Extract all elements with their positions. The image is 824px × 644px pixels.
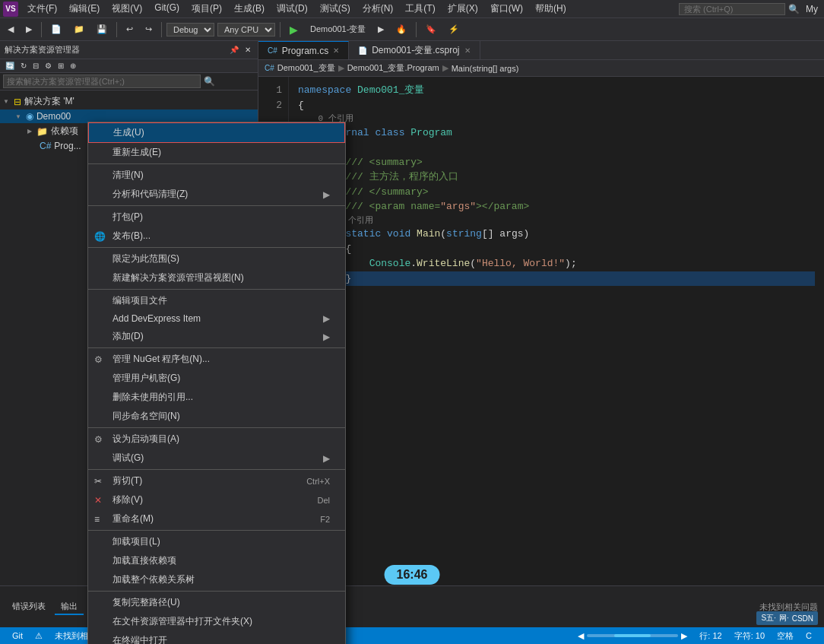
dependencies-icon: 📁 <box>36 126 48 137</box>
bookmark-button[interactable]: 🔖 <box>421 23 441 36</box>
ctx-build[interactable]: 生成(U) <box>88 122 345 143</box>
menu-edit[interactable]: 编辑(E) <box>63 1 106 17</box>
ctx-new-view[interactable]: 新建解决方案资源管理器视图(N) <box>88 268 345 287</box>
menu-view[interactable]: 视图(V) <box>106 1 148 17</box>
menu-test[interactable]: 测试(S) <box>314 1 357 17</box>
back-button[interactable]: ◀ <box>3 23 18 36</box>
code-line-close-ns: } <box>298 301 815 316</box>
menu-project[interactable]: 项目(P) <box>185 1 228 17</box>
ctx-load-all[interactable]: 加载整个依赖关系树 <box>88 570 345 589</box>
menu-build[interactable]: 生成(B) <box>228 1 271 17</box>
ctx-pack[interactable]: 打包(P) <box>88 208 345 227</box>
pin-button[interactable]: 📌 <box>227 45 241 55</box>
ctx-new-view-label: 新建解决方案资源管理器视图(N) <box>113 271 244 284</box>
breadcrumb-class[interactable]: Demo001_变量.Program <box>347 62 439 74</box>
tab-csproj-close[interactable]: ✕ <box>464 46 471 55</box>
forward-button[interactable]: ▶ <box>21 23 36 36</box>
redo-button[interactable]: ↪ <box>141 23 157 36</box>
tab-csproj[interactable]: 📄 Demo001-变量.csproj ✕ <box>349 41 480 59</box>
ctx-set-startup[interactable]: ⚙ 设为启动项目(A) <box>88 430 345 449</box>
code-line-open-brace: { <box>298 140 815 155</box>
ctx-edit-project[interactable]: 编辑项目文件 <box>88 291 345 310</box>
open-button[interactable]: 📁 <box>69 23 89 36</box>
menu-help[interactable]: 帮助(H) <box>529 1 572 17</box>
menu-window[interactable]: 窗口(W) <box>484 1 529 17</box>
se-new-view-button[interactable]: ⊕ <box>68 61 78 71</box>
se-search-input[interactable] <box>3 75 201 88</box>
ctx-scope[interactable]: 限定为此范围(S) <box>88 249 345 268</box>
ctx-load-all-label: 加载整个依赖关系树 <box>113 573 195 586</box>
menu-debug[interactable]: 调试(D) <box>271 1 314 17</box>
undo-button[interactable]: ↩ <box>122 23 138 36</box>
ctx-open-terminal[interactable]: 在终端中打开 <box>88 631 345 644</box>
ctx-debug[interactable]: 调试(G) ▶ <box>88 449 345 468</box>
scroll-thumb <box>614 634 651 637</box>
menu-tools[interactable]: 工具(T) <box>399 1 441 17</box>
panel-close-button[interactable]: ✕ <box>242 45 253 55</box>
menu-analyze[interactable]: 分析(N) <box>357 1 400 17</box>
ctx-publish[interactable]: 🌐 发布(B)... <box>88 227 345 246</box>
scroll-right-arrow[interactable]: ▶ <box>681 631 687 641</box>
code-ref-1: 0 个引用 <box>298 113 815 125</box>
bottom-tab-output[interactable]: 输出 <box>55 599 84 615</box>
ctx-rebuild[interactable]: 重新生成(E) <box>88 143 345 162</box>
ctx-remove[interactable]: ✕ 移除(V) Del <box>88 490 345 509</box>
se-filter-button[interactable]: ⊞ <box>55 61 66 71</box>
menu-file[interactable]: 文件(F) <box>21 1 63 17</box>
ctx-remove-label: 移除(V) <box>113 493 143 506</box>
hot-reload-button[interactable]: 🔥 <box>391 23 411 36</box>
ctx-analyze[interactable]: 分析和代码清理(Z) ▶ <box>88 185 345 204</box>
debug-run-button[interactable]: ▶ <box>373 23 388 36</box>
ctx-open-in-explorer[interactable]: 在文件资源管理器中打开文件夹(X) <box>88 612 345 631</box>
ctx-sep-2 <box>88 205 345 206</box>
breadcrumb-sep-2: ▶ <box>442 63 448 73</box>
ctx-rename-shortcut: F2 <box>305 515 330 524</box>
ctx-cut-icon: ✂ <box>94 476 102 487</box>
ctx-edit-project-label: 编辑项目文件 <box>113 294 167 307</box>
ctx-clean[interactable]: 清理(N) <box>88 166 345 185</box>
tab-close-button[interactable]: ✕ <box>333 46 339 55</box>
ctx-sep-6 <box>88 427 345 428</box>
breadcrumb-method[interactable]: Main(string[] args) <box>452 64 519 73</box>
git-status[interactable]: Git <box>6 631 29 640</box>
tree-item-solution[interactable]: ▼ ⊟ 解决方案 'M' <box>0 94 258 109</box>
ctx-user-secrets[interactable]: 管理用户机密(G) <box>88 369 345 388</box>
ctx-nuget[interactable]: ⚙ 管理 NuGet 程序包(N)... <box>88 350 345 369</box>
ctx-rename[interactable]: ≡ 重命名(M) F2 <box>88 509 345 528</box>
save-button[interactable]: 💾 <box>92 23 112 36</box>
ctx-copy-path[interactable]: 复制完整路径(U) <box>88 593 345 612</box>
search-input[interactable] <box>679 3 785 15</box>
scroll-left-arrow[interactable]: ◀ <box>578 631 584 641</box>
ctx-nuget-label: 管理 NuGet 程序包(N)... <box>113 353 210 366</box>
ctx-unload[interactable]: 卸载项目(L) <box>88 532 345 551</box>
bottom-tab-errors[interactable]: 错误列表 <box>6 599 52 615</box>
se-collapse-button[interactable]: ⊟ <box>30 61 41 71</box>
ctx-build-label: 生成(U) <box>113 126 144 139</box>
platform-select[interactable]: Any CPU <box>217 23 275 36</box>
debug-config-select[interactable]: Debug <box>166 23 214 36</box>
ctx-analyze-label: 分析和代码清理(Z) <box>113 188 188 201</box>
ctx-cut[interactable]: ✂ 剪切(T) Ctrl+X <box>88 471 345 490</box>
breadcrumb-namespace[interactable]: Demo001_变量 <box>277 62 335 74</box>
ctx-add-arrow: ▶ <box>323 332 330 342</box>
se-refresh-button[interactable]: ↻ <box>18 61 29 71</box>
se-sync-button[interactable]: 🔄 <box>3 61 17 71</box>
run-button[interactable]: ▶ <box>285 22 303 37</box>
code-line-1: namespace Demo001_变量 <box>298 83 815 98</box>
ctx-load-direct[interactable]: 加载直接依赖项 <box>88 551 345 570</box>
se-settings-button[interactable]: ⚙ <box>43 61 54 71</box>
search-area: 🔍 My <box>679 3 821 15</box>
ctx-sep-7 <box>88 469 345 470</box>
ctx-remove-unused[interactable]: 删除未使用的引用... <box>88 388 345 407</box>
se-search-icon: 🔍 <box>204 76 215 87</box>
project-label: Demo00 <box>36 111 71 122</box>
search-toolbar-button[interactable]: ⚡ <box>444 23 464 36</box>
code-area[interactable]: namespace Demo001_变量 { 0 个引用 internal cl… <box>289 77 824 608</box>
menu-extensions[interactable]: 扩展(X) <box>442 1 484 17</box>
tab-program-cs[interactable]: C# Program.cs ✕ <box>258 41 349 59</box>
ctx-add[interactable]: 添加(D) ▶ <box>88 327 345 346</box>
menu-git[interactable]: Git(G) <box>148 1 185 17</box>
new-file-button[interactable]: 📄 <box>46 23 66 36</box>
ctx-devexpress[interactable]: Add DevExpress Item ▶ <box>88 310 345 327</box>
ctx-sync-ns[interactable]: 同步命名空间(N) <box>88 407 345 426</box>
